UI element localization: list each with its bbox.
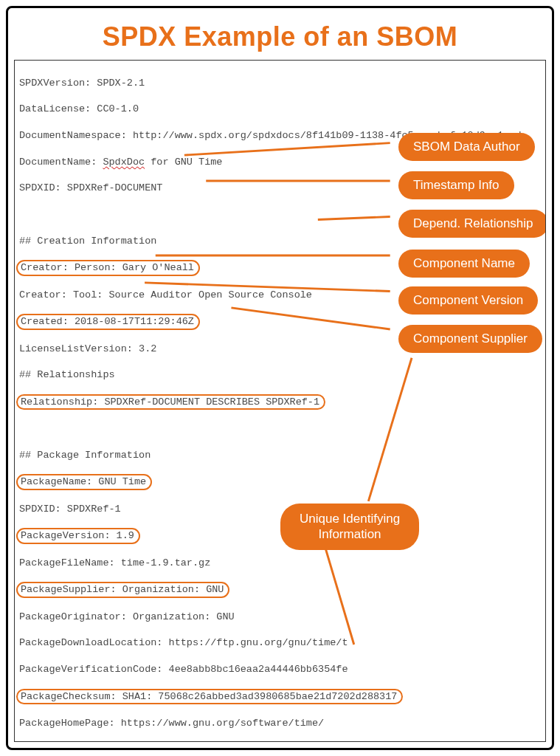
package-name: PackageName: GNU Time — [19, 475, 541, 489]
package-supplier: PackageSupplier: Organization: GNU — [19, 583, 541, 597]
pkg-checksum: PackageChecksum: SHA1: 75068c26abbed3ad3… — [19, 690, 541, 704]
pkg-homepage: PackageHomePage: https://www.gnu.org/sof… — [19, 717, 541, 730]
pkg-verification: PackageVerificationCode: 4ee8abb8bc16eaa… — [19, 663, 541, 676]
license-list-version: LicenseListVersion: 3.2 — [19, 343, 541, 356]
svg-line-0 — [184, 143, 390, 155]
relationship: Relationship: SPDXRef-DOCUMENT DESCRIBES… — [19, 395, 541, 410]
creator-tool: Creator: Tool: Source Auditor Open Sourc… — [19, 289, 541, 302]
pkg-filename: PackageFileName: time-1.9.tar.gz — [19, 557, 541, 570]
pkg-spdxid: SPDXID: SPDXRef-1 — [19, 503, 541, 516]
package-version: PackageVersion: 1.9 — [19, 529, 541, 543]
doc-namespace: DocumentNamespace: http://www.spdx.org/s… — [19, 129, 541, 142]
relationships-header: ## Relationships — [19, 368, 541, 382]
created-date: Created: 2018-08-17T11:29:46Z — [19, 315, 541, 329]
package-header: ## Package Information — [19, 449, 541, 462]
package-originator: PackageOriginator: Organization: GNU — [19, 611, 541, 624]
page-title: SPDX Example of an SBOM — [8, 8, 552, 60]
creation-header: ## Creation Information — [19, 235, 541, 248]
spdx-version: SPDXVersion: SPDX-2.1 — [19, 77, 541, 90]
spdxid: SPDXID: SPDXRef-DOCUMENT — [19, 182, 541, 195]
document-card: SPDX Example of an SBOM SPDXVersion: SPD… — [6, 6, 554, 750]
pkg-download: PackageDownloadLocation: https://ftp.gnu… — [19, 636, 541, 650]
doc-name: DocumentName: SpdxDoc for GNU Time — [19, 156, 541, 169]
spdx-code-box: SPDXVersion: SPDX-2.1 DataLicense: CC0-1… — [14, 60, 546, 742]
creator-person: Creator: Person: Gary O'Neall — [19, 261, 541, 275]
data-license: DataLicense: CC0-1.0 — [19, 103, 541, 116]
